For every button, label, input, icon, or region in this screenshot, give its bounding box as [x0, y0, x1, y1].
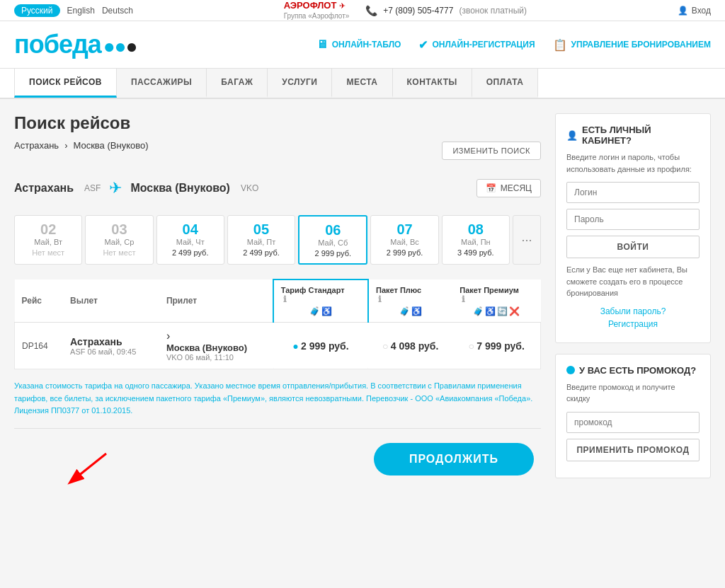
sidebar: 👤 ЕСТЬ ЛИЧНЫЙ КАБИНЕТ? Введите логин и п…: [555, 113, 711, 492]
aeroflot-symbol: ✈: [339, 1, 346, 10]
date-num-04: 04: [161, 221, 219, 238]
date-month-03: Май, Ср: [90, 238, 148, 246]
date-item-06[interactable]: 06 Май, Сб 2 999 руб.: [298, 215, 367, 265]
month-label: МЕСЯЦ: [501, 183, 532, 193]
tariff-premium-icon2: ♿: [485, 306, 496, 316]
top-bar: Русский English Deutsch АЭРОФЛОТ ✈ Групп…: [0, 0, 725, 21]
tariff-premium-icon4: ❌: [509, 306, 520, 316]
plane-icon: ✈: [109, 179, 122, 197]
apply-promo-button[interactable]: ПРИМЕНИТЬ ПРОМОКОД: [566, 439, 700, 461]
nav-online-board-label: ОНЛАЙН-ТАБЛО: [332, 40, 401, 50]
tab-baggage[interactable]: БАГАЖ: [207, 69, 268, 98]
login-input[interactable]: [566, 182, 700, 203]
date-selector: 02 Май, Вт Нет мест 03 Май, Ср Нет мест …: [14, 215, 541, 265]
date-item-07[interactable]: 07 Май, Вс 2 999 руб.: [370, 215, 438, 265]
lang-en-link[interactable]: English: [67, 6, 95, 16]
nav-online-board[interactable]: 🖥 ОНЛАЙН-ТАБЛО: [316, 38, 401, 51]
tab-seats[interactable]: МЕСТА: [332, 69, 392, 98]
tab-contacts[interactable]: КОНТАКТЫ: [393, 69, 472, 98]
login-button[interactable]: ВОЙТИ: [566, 236, 700, 258]
tab-passengers[interactable]: ПАССАЖИРЫ: [117, 69, 207, 98]
flight-to-cell: › Москва (Внуково) VKO 06 май, 11:10: [159, 323, 273, 369]
flight-from-sub: ASF 06 май, 09:45: [70, 347, 152, 356]
origin-code: ASF: [84, 183, 101, 193]
top-bar-left: Русский English Deutsch: [14, 4, 133, 17]
nav-online-registration[interactable]: ✔ ОНЛАЙН-РЕГИСТРАЦИЯ: [418, 38, 535, 52]
origin-city: Астрахань: [14, 182, 74, 195]
date-more-button[interactable]: ···: [513, 215, 541, 265]
tariff-premium-icon1: 🧳: [473, 306, 484, 316]
tab-payment[interactable]: ОПЛАТА: [472, 69, 539, 98]
lang-de-link[interactable]: Deutsch: [102, 6, 133, 16]
logo-dots: ●●●: [103, 35, 137, 57]
register-link[interactable]: Регистрация: [566, 319, 700, 329]
continue-button[interactable]: ПРОДОЛЖИТЬ: [374, 443, 534, 475]
price-cell-plus[interactable]: ○ 4 098 руб.: [368, 323, 452, 369]
password-input[interactable]: [566, 209, 700, 230]
search-header: Астрахань › Москва (Внуково) ИЗМЕНИТЬ ПО…: [14, 140, 541, 161]
info-icon-premium[interactable]: ℹ: [462, 294, 465, 304]
flight-from-cell: Астрахань ASF 06 май, 09:45: [63, 323, 159, 369]
top-bar-right[interactable]: 👤 Вход: [678, 6, 711, 16]
tab-services[interactable]: УСЛУГИ: [268, 69, 332, 98]
price-plus: 4 098 руб.: [391, 340, 439, 352]
col-premium: Пакет Премиум ℹ 🧳 ♿ 🔄 ❌: [452, 279, 540, 323]
promo-dot-icon: [566, 366, 575, 374]
date-num-03: 03: [90, 221, 148, 238]
breadcrumb-to: Москва (Внуково): [73, 140, 148, 151]
info-icon-plus[interactable]: ℹ: [378, 294, 382, 304]
col-arrival: Прилет: [159, 279, 273, 323]
content-wrapper: Поиск рейсов Астрахань › Москва (Внуково…: [0, 99, 725, 507]
price-standard: 2 999 руб.: [301, 340, 349, 352]
dest-code: VKO: [241, 183, 258, 193]
tab-search-flights[interactable]: ПОИСК РЕЙСОВ: [14, 69, 117, 98]
site-logo: победа●●●: [14, 30, 137, 59]
breadcrumb: Астрахань › Москва (Внуково): [14, 140, 149, 151]
main-navigation: ПОИСК РЕЙСОВ ПАССАЖИРЫ БАГАЖ УСЛУГИ МЕСТ…: [0, 69, 725, 99]
nav-manage-booking-label: УПРАВЛЕНИЕ БРОНИРОВАНИЕМ: [571, 40, 711, 50]
user-icon: 👤: [678, 6, 688, 16]
user-cabinet-icon: 👤: [566, 130, 578, 141]
lang-ru-button[interactable]: Русский: [14, 4, 60, 17]
flight-from-city: Астрахань: [70, 336, 152, 347]
tariff-standard-icon1: 🧳: [309, 306, 320, 316]
month-button[interactable]: 📅 МЕСЯЦ: [476, 179, 541, 197]
dots-icon: ···: [521, 233, 532, 248]
site-header: победа●●● 🖥 ОНЛАЙН-ТАБЛО ✔ ОНЛАЙН-РЕГИСТ…: [0, 21, 725, 69]
aeroflot-logo: АЭРОФЛОТ ✈ Группа «Аэрофлот»: [284, 0, 350, 21]
price-cell-premium[interactable]: ○ 7 999 руб.: [452, 323, 540, 369]
price-cell-standard[interactable]: ● 2 999 руб.: [273, 323, 368, 369]
col-departure: Вылет: [63, 279, 159, 323]
flights-table: Рейс Вылет Прилет Тариф Стандарт ℹ 🧳 ♿ П…: [14, 279, 541, 369]
breadcrumb-arrow: ›: [64, 140, 67, 151]
date-num-07: 07: [375, 221, 433, 238]
col-flight: Рейс: [15, 279, 64, 323]
aeroflot-sub: Группа «Аэрофлот»: [284, 12, 350, 20]
promo-card-title-text: У ВАС ЕСТЬ ПРОМОКОД?: [579, 365, 696, 376]
date-num-05: 05: [232, 221, 290, 238]
tariff-plus-icon1: 🧳: [399, 306, 410, 316]
check-icon: ✔: [418, 38, 428, 52]
promo-input[interactable]: [566, 412, 700, 433]
date-price-02: Нет мест: [19, 248, 77, 257]
forgot-password-link[interactable]: Забыли пароль?: [566, 306, 700, 316]
breadcrumb-from: Астрахань: [14, 140, 59, 151]
date-item-03[interactable]: 03 Май, Ср Нет мест: [85, 215, 153, 265]
flight-number: DP164: [22, 341, 48, 351]
clipboard-icon: 📋: [553, 38, 567, 52]
login-label[interactable]: Вход: [692, 6, 711, 16]
date-item-05[interactable]: 05 Май, Пт 2 499 руб.: [227, 215, 295, 265]
date-month-08: Май, Пн: [447, 238, 505, 246]
date-item-08[interactable]: 08 Май, Пн 3 499 руб.: [442, 215, 510, 265]
date-item-02[interactable]: 02 Май, Вт Нет мест: [14, 215, 82, 265]
change-search-button[interactable]: ИЗМЕНИТЬ ПОИСК: [442, 142, 541, 160]
route-bar: Астрахань ASF ✈ Москва (Внуково) VKO 📅 М…: [14, 172, 541, 204]
date-item-04[interactable]: 04 Май, Чт 2 499 руб.: [156, 215, 224, 265]
sidebar-login-card: 👤 ЕСТЬ ЛИЧНЫЙ КАБИНЕТ? Введите логин и п…: [555, 113, 711, 343]
calendar-icon: 📅: [486, 183, 496, 193]
date-num-08: 08: [447, 221, 505, 238]
info-icon-standard[interactable]: ℹ: [283, 294, 287, 304]
nav-manage-booking[interactable]: 📋 УПРАВЛЕНИЕ БРОНИРОВАНИЕМ: [553, 38, 711, 52]
date-price-03: Нет мест: [90, 248, 148, 257]
date-price-05: 2 499 руб.: [232, 248, 290, 257]
